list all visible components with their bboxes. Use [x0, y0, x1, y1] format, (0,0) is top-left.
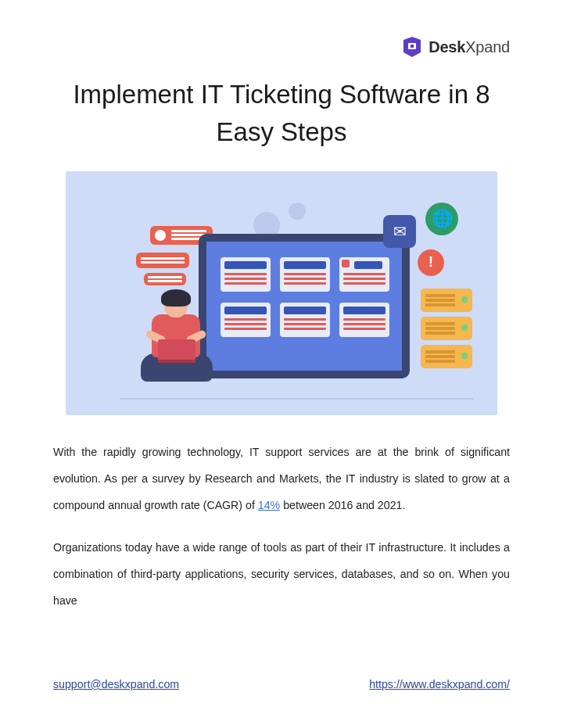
page-title: Implement IT Ticketing Software in 8 Eas…	[61, 76, 502, 151]
ticket-card	[280, 257, 330, 292]
mail-icon: ✉	[383, 215, 416, 248]
brand-name-light: Xpand	[465, 38, 510, 56]
hero-illustration: ✉ 🌐 !	[66, 171, 497, 415]
brand-name-bold: Desk	[429, 38, 465, 56]
chat-bubble-icon	[144, 273, 186, 285]
ticket-card	[221, 257, 271, 292]
footer-url-link[interactable]: https://www.deskxpand.com/	[369, 678, 510, 690]
document-footer: support@deskxpand.com https://www.deskxp…	[53, 678, 510, 690]
paragraph-1: With the rapidly growing technology, IT …	[53, 439, 510, 518]
chat-bubble-icon	[136, 253, 189, 268]
brand-name: DeskXpand	[429, 38, 510, 56]
growth-rate-link[interactable]: 14%	[258, 499, 280, 511]
monitor-illustration	[199, 234, 410, 378]
ticket-card	[339, 257, 389, 292]
ticket-card	[221, 303, 271, 337]
brand-logo: DeskXpand	[400, 35, 510, 59]
ticket-card	[339, 303, 389, 337]
paragraph-1-text-b: between 2016 and 2021.	[280, 499, 405, 511]
floor-line	[120, 398, 474, 400]
document-header: DeskXpand	[53, 35, 510, 59]
footer-email-link[interactable]: support@deskxpand.com	[53, 678, 179, 690]
logo-icon	[400, 35, 424, 59]
alert-icon: !	[418, 249, 444, 276]
ticket-card	[280, 303, 330, 337]
globe-icon: 🌐	[425, 203, 458, 235]
server-stack-icon	[421, 289, 472, 375]
gear-icon	[289, 203, 306, 220]
paragraph-2: Organizations today have a wide range of…	[53, 534, 510, 614]
person-illustration	[134, 292, 221, 402]
svg-rect-2	[411, 45, 414, 48]
